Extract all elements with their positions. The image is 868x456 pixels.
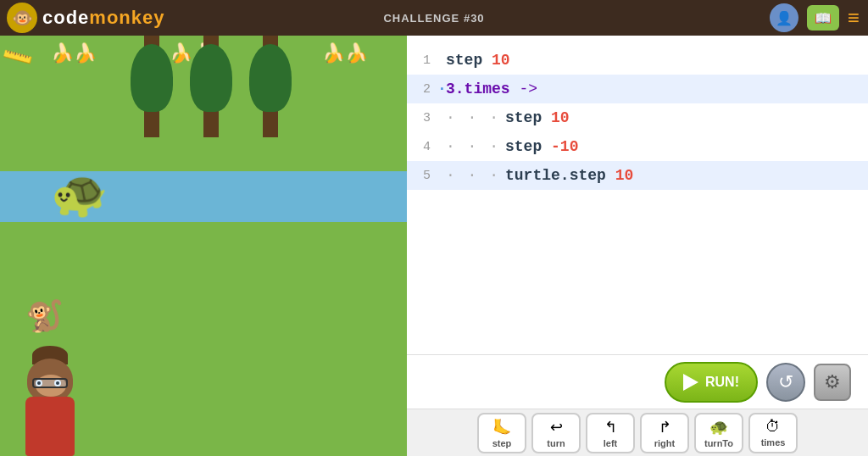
run-button[interactable]: RUN!	[665, 362, 758, 403]
menu-button[interactable]: ≡	[848, 6, 860, 30]
monkey-body	[25, 397, 75, 456]
settings-icon: ⚙	[824, 371, 841, 393]
turnto-label: turnTo	[704, 438, 733, 448]
cmd-left[interactable]: ↰ left	[586, 413, 635, 453]
main-content: 📏 🍌🍌 🍌🍌 🍌🍌 🐢 🐒	[0, 36, 868, 456]
line-num-4: 4	[414, 140, 437, 154]
code-content-5: · · ·turtle.step 10	[446, 167, 861, 184]
line-num-5: 5	[414, 169, 437, 183]
code-content-4: · · ·step -10	[446, 138, 861, 155]
code-content-2: 3.times ->	[446, 81, 861, 97]
code-line-3: 3 · · ·step 10	[407, 103, 868, 132]
tree-leaves-3	[249, 44, 292, 112]
right-label: right	[654, 438, 675, 448]
monkey-main-character	[17, 363, 85, 456]
nav-right: 👤 📖 ≡	[770, 3, 860, 32]
left-icon: ↰	[604, 418, 617, 437]
times-label: times	[761, 437, 786, 448]
tree-leaves-1	[131, 44, 173, 112]
reset-icon: ↺	[778, 371, 793, 393]
step-label: step	[492, 438, 512, 448]
banana-right: 🍌🍌	[322, 42, 368, 64]
command-bar: 🦶 step ↩ turn ↰ left ↱ right 🐢 turnT	[407, 409, 868, 456]
code-line-2: 2 · 3.times ->	[407, 75, 868, 103]
code-line-1: 1 step 10	[407, 46, 868, 75]
settings-button[interactable]: ⚙	[814, 364, 851, 401]
line-marker-2: ·	[437, 81, 446, 97]
tree-3	[263, 36, 278, 137]
turnto-icon: 🐢	[709, 418, 728, 437]
logo-monkey-icon: 🐵	[7, 3, 37, 33]
editor-bottom: RUN! ↺ ⚙ 🦶 step ↩ turn ↰	[407, 354, 868, 456]
turn-label: turn	[547, 438, 565, 448]
reset-button[interactable]: ↺	[766, 363, 805, 402]
logo-monkey-word: monkey	[89, 7, 164, 28]
code-content-3: · · ·step 10	[446, 109, 861, 126]
top-navigation: 🐵 codemonkey CHALLENGE #30 👤 📖 ≡	[0, 0, 868, 36]
logo-text: codemonkey	[42, 7, 165, 29]
map-button[interactable]: 📖	[807, 5, 839, 31]
tree-1	[144, 36, 159, 137]
play-icon	[683, 374, 698, 391]
line-num-2: 2	[414, 82, 437, 97]
left-label: left	[604, 438, 618, 448]
step-icon: 🦶	[492, 418, 511, 437]
logo-code: code	[42, 7, 89, 28]
logo-area: 🐵 codemonkey	[0, 3, 165, 33]
editor-area: 1 step 10 2 · 3.times -> 3 · · ·step 10	[407, 36, 868, 456]
code-line-5: 5 · · ·turtle.step 10	[407, 161, 868, 190]
game-area: 📏 🍌🍌 🍌🍌 🍌🍌 🐢 🐒	[0, 36, 407, 456]
challenge-title: CHALLENGE #30	[383, 12, 484, 25]
code-content-1: step 10	[446, 52, 861, 69]
tree-leaves-2	[190, 44, 232, 112]
banana-left: 🍌🍌	[51, 42, 97, 64]
monkey-glasses	[32, 378, 68, 388]
run-label: RUN!	[705, 375, 739, 390]
right-icon: ↱	[659, 418, 671, 437]
tree-2	[203, 36, 219, 137]
cmd-turnto[interactable]: 🐢 turnTo	[694, 413, 743, 453]
turn-icon: ↩	[550, 418, 563, 437]
profile-button[interactable]: 👤	[770, 3, 798, 32]
run-bar: RUN! ↺ ⚙	[407, 355, 868, 409]
code-editor[interactable]: 1 step 10 2 · 3.times -> 3 · · ·step 10	[407, 36, 868, 354]
cmd-turn[interactable]: ↩ turn	[531, 413, 581, 453]
cmd-times[interactable]: ⏱ times	[748, 413, 798, 453]
turtle-character: 🐢	[51, 167, 108, 220]
times-icon: ⏱	[765, 418, 781, 436]
cmd-right[interactable]: ↱ right	[640, 413, 689, 453]
line-num-3: 3	[414, 111, 437, 125]
code-line-4: 4 · · ·step -10	[407, 132, 868, 161]
line-num-1: 1	[414, 53, 437, 68]
monkey-small: 🐒	[25, 298, 64, 334]
cmd-step[interactable]: 🦶 step	[477, 413, 526, 453]
